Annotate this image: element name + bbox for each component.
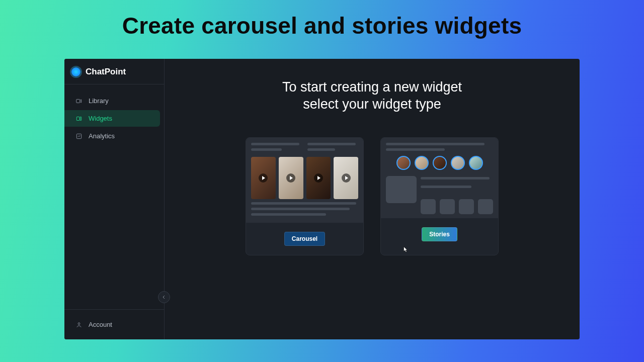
svg-rect-2 — [80, 117, 81, 120]
story-avatar — [469, 156, 483, 170]
carousel-thumb — [306, 157, 331, 199]
carousel-thumb — [251, 157, 276, 199]
main-content: To start creating a new widget select yo… — [165, 59, 580, 339]
play-icon — [314, 173, 323, 183]
brand: ChatPoint — [64, 59, 164, 84]
sidebar-item-account[interactable]: Account — [68, 317, 160, 332]
sidebar-footer: Account — [64, 309, 164, 339]
sidebar-item-widgets[interactable]: Widgets — [64, 110, 160, 127]
stories-button[interactable]: Stories — [422, 227, 457, 241]
svg-point-4 — [78, 322, 80, 324]
carousel-thumb — [279, 157, 303, 199]
sidebar-item-label: Widgets — [89, 115, 112, 122]
card-stories[interactable]: Stories — [380, 137, 499, 255]
sidebar-nav: Library Widgets Analytics — [64, 84, 164, 152]
video-icon — [75, 98, 83, 105]
carousel-button[interactable]: Carousel — [284, 232, 325, 246]
sidebar-item-library[interactable]: Library — [68, 93, 160, 109]
story-avatar — [433, 156, 447, 170]
story-avatar — [415, 156, 429, 170]
skeleton-block — [440, 199, 455, 214]
sidebar: ChatPoint Library Widgets — [64, 59, 165, 339]
skeleton-block — [459, 199, 474, 214]
widgets-icon — [75, 115, 83, 122]
analytics-icon — [75, 133, 83, 140]
page-headline: Create carousel and stories widgets — [0, 0, 644, 39]
skeleton-block — [478, 199, 493, 214]
carousel-thumb — [334, 157, 358, 199]
main-title-line1: To start creating a new widget — [282, 79, 462, 95]
sidebar-item-analytics[interactable]: Analytics — [68, 128, 160, 144]
skeleton-block — [421, 199, 436, 214]
svg-rect-1 — [76, 117, 79, 120]
play-icon — [342, 173, 351, 183]
svg-rect-0 — [76, 99, 80, 103]
story-avatar — [396, 156, 411, 170]
brand-name: ChatPoint — [86, 67, 126, 77]
main-title: To start creating a new widget select yo… — [282, 79, 462, 113]
brand-logo-icon — [71, 67, 80, 76]
app-window: ChatPoint Library Widgets — [64, 59, 580, 339]
story-avatar — [451, 156, 465, 170]
user-icon — [75, 321, 83, 328]
card-carousel[interactable]: Carousel — [246, 137, 364, 255]
skeleton-block — [386, 176, 417, 203]
sidebar-item-label: Library — [89, 97, 109, 105]
carousel-preview — [246, 138, 363, 223]
play-icon — [259, 173, 268, 183]
sidebar-item-label: Analytics — [89, 132, 115, 140]
play-icon — [286, 173, 295, 183]
sidebar-item-label: Account — [89, 321, 112, 328]
stories-preview — [381, 138, 498, 218]
widget-type-cards: Carousel — [246, 137, 499, 255]
main-title-line2: select your widget type — [303, 97, 441, 112]
